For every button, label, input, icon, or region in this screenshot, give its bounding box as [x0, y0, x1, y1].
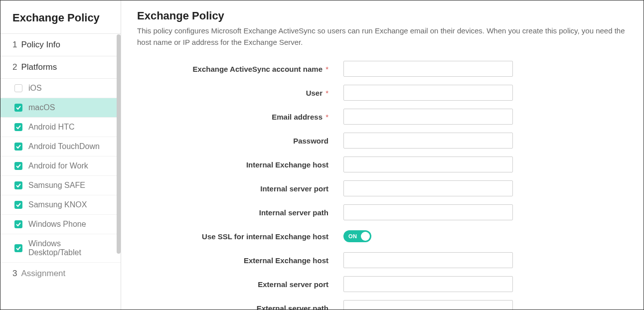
nav-step-platforms[interactable]: 2 Platforms — [0, 56, 121, 79]
checkbox-checked-icon[interactable] — [14, 143, 22, 151]
page-title: Exchange Policy — [137, 9, 628, 22]
scrollbar-track[interactable] — [117, 34, 121, 310]
field-row-internal-path: Internal server path — [137, 200, 628, 224]
platform-item-ios[interactable]: iOS — [0, 79, 121, 98]
field-label: External server port — [137, 280, 331, 289]
main-content: Exchange Policy This policy configures M… — [121, 0, 644, 310]
nav-step-label: Platforms — [21, 62, 57, 72]
nav-step-policy-info[interactable]: 1 Policy Info — [0, 34, 121, 56]
checkbox-checked-icon[interactable] — [14, 181, 22, 189]
nav-step-number: 2 — [12, 62, 17, 72]
platform-item-samsung-knox[interactable]: Samsung KNOX — [0, 195, 121, 215]
required-asterisk: * — [323, 65, 328, 73]
scrollbar-thumb[interactable] — [117, 34, 121, 254]
nav-step-assignment[interactable]: 3 Assignment — [0, 263, 121, 285]
user-input[interactable] — [343, 85, 513, 101]
nav-step-label: Assignment — [21, 269, 65, 279]
ssl-internal-toggle[interactable]: ON — [343, 230, 371, 242]
field-label: External Exchange host — [137, 256, 331, 265]
field-label: Email address * — [137, 113, 331, 121]
toggle-on-label: ON — [348, 233, 357, 239]
platform-item-android-for-work[interactable]: Android for Work — [0, 156, 121, 176]
nav-step-number: 1 — [12, 40, 17, 50]
field-label: Internal server port — [137, 184, 331, 193]
checkbox-checked-icon[interactable] — [14, 162, 22, 170]
password-input[interactable] — [343, 133, 513, 149]
field-row-user: User * — [137, 81, 628, 105]
checkbox-checked-icon[interactable] — [14, 244, 22, 252]
platform-item-android-htc[interactable]: Android HTC — [0, 118, 121, 137]
sidebar-scroll[interactable]: 1 Policy Info 2 Platforms iOS macOS Andr… — [0, 34, 121, 310]
checkbox-checked-icon[interactable] — [14, 104, 22, 112]
platform-label: Samsung KNOX — [28, 200, 87, 209]
checkbox-unchecked-icon[interactable] — [14, 84, 22, 92]
field-label: Password — [137, 137, 331, 145]
toggle-knob — [361, 232, 370, 241]
platform-item-android-touchdown[interactable]: Android TouchDown — [0, 137, 121, 156]
field-row-external-port: External server port — [137, 272, 628, 296]
platform-label: iOS — [28, 84, 42, 93]
platform-label: macOS — [28, 103, 55, 112]
field-label: User * — [137, 89, 331, 97]
field-row-email: Email address * — [137, 105, 628, 129]
platform-label: Windows Desktop/Tablet — [28, 239, 111, 257]
internal-path-input[interactable] — [343, 204, 513, 220]
required-asterisk: * — [323, 89, 328, 97]
external-path-input[interactable] — [343, 300, 513, 310]
platform-label: Windows Phone — [28, 220, 86, 229]
platform-label: Android for Work — [28, 161, 88, 170]
field-row-password: Password — [137, 129, 628, 153]
field-row-external-host: External Exchange host — [137, 248, 628, 272]
platform-label: Android TouchDown — [28, 142, 100, 151]
platform-label: Android HTC — [28, 123, 74, 132]
field-row-ssl-internal: Use SSL for internal Exchange host ON — [137, 224, 628, 248]
field-label: Internal server path — [137, 208, 331, 217]
internal-port-input[interactable] — [343, 180, 513, 196]
external-port-input[interactable] — [343, 276, 513, 292]
nav-step-number: 3 — [12, 269, 17, 279]
account-name-input[interactable] — [343, 61, 513, 77]
field-row-internal-port: Internal server port — [137, 176, 628, 200]
field-label: Internal Exchange host — [137, 160, 331, 169]
platform-item-samsung-safe[interactable]: Samsung SAFE — [0, 176, 121, 195]
field-label: Exchange ActiveSync account name * — [137, 65, 331, 73]
field-row-external-path: External server path — [137, 296, 628, 310]
page-description: This policy configures Microsoft Exchang… — [137, 25, 628, 48]
field-label: Use SSL for internal Exchange host — [137, 232, 331, 241]
platform-item-windows-desktop-tablet[interactable]: Windows Desktop/Tablet — [0, 234, 121, 263]
nav-step-label: Policy Info — [21, 40, 60, 50]
field-row-account-name: Exchange ActiveSync account name * — [137, 57, 628, 81]
sidebar-title: Exchange Policy — [0, 0, 121, 34]
required-asterisk: * — [323, 113, 328, 121]
sidebar: Exchange Policy 1 Policy Info 2 Platform… — [0, 0, 121, 310]
internal-host-input[interactable] — [343, 156, 513, 172]
external-host-input[interactable] — [343, 252, 513, 268]
field-row-internal-host: Internal Exchange host — [137, 153, 628, 176]
checkbox-checked-icon[interactable] — [14, 201, 22, 209]
checkbox-checked-icon[interactable] — [14, 123, 22, 131]
email-input[interactable] — [343, 109, 513, 125]
platform-item-windows-phone[interactable]: Windows Phone — [0, 215, 121, 234]
field-label: External server path — [137, 304, 331, 310]
checkbox-checked-icon[interactable] — [14, 220, 22, 228]
platform-label: Samsung SAFE — [28, 181, 85, 190]
platform-item-macos[interactable]: macOS — [0, 98, 121, 118]
